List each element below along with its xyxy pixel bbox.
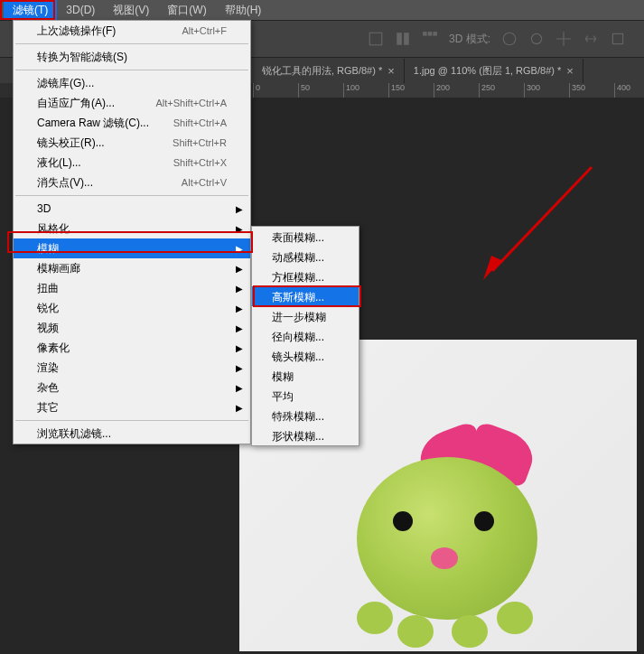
blur-submenu: 表面模糊... 动感模糊... 方框模糊... 高斯模糊... 进一步模糊 径向… [251, 226, 359, 446]
menu-noise-submenu[interactable]: 杂色▶ [14, 378, 250, 397]
separator [15, 195, 248, 196]
label: 模糊 [37, 241, 59, 257]
slide-icon[interactable] [583, 31, 599, 47]
label: 其它 [37, 400, 59, 416]
submenu-surface-blur[interactable]: 表面模糊... [252, 227, 359, 247]
tool-icon[interactable] [422, 31, 438, 47]
submenu-blur-more[interactable]: 进一步模糊 [252, 306, 359, 326]
ruler-mark: 300 [524, 83, 569, 98]
svg-line-9 [492, 167, 592, 271]
ruler-mark: 150 [388, 83, 434, 98]
menu-liquify[interactable]: 液化(L)...Shift+Ctrl+X [14, 153, 250, 173]
submenu-radial-blur[interactable]: 径向模糊... [252, 326, 359, 346]
menu-video-submenu[interactable]: 视频▶ [14, 318, 250, 338]
menu-filter[interactable]: 滤镜(T) [4, 0, 57, 21]
tab-label: 1.jpg @ 110% (图层 1, RGB/8#) * [414, 64, 561, 78]
shortcut: Shift+Ctrl+A [173, 117, 227, 128]
chevron-right-icon: ▶ [236, 323, 243, 333]
menu-blur-gallery-submenu[interactable]: 模糊画廊▶ [14, 258, 250, 278]
submenu-lens-blur[interactable]: 镜头模糊... [252, 346, 359, 366]
menubar: 滤镜(T) 3D(D) 视图(V) 窗口(W) 帮助(H) [0, 0, 644, 20]
menu-lens-correction[interactable]: 镜头校正(R)...Shift+Ctrl+R [14, 133, 250, 153]
label: 风格化 [37, 221, 70, 237]
submenu-motion-blur[interactable]: 动感模糊... [252, 247, 359, 266]
svg-rect-2 [404, 33, 409, 45]
ruler-mark: 250 [479, 83, 524, 98]
ruler-horizontal: 050100150200250300350400 [253, 83, 644, 98]
menu-distort-submenu[interactable]: 扭曲▶ [14, 278, 250, 298]
label: 渲染 [37, 360, 59, 376]
submenu-box-blur[interactable]: 方框模糊... [252, 266, 359, 286]
menu-window[interactable]: 窗口(W) [158, 0, 215, 21]
close-icon[interactable]: × [566, 64, 574, 78]
chevron-right-icon: ▶ [236, 383, 243, 393]
svg-rect-5 [433, 32, 437, 36]
svg-point-7 [531, 33, 541, 43]
menu-browse-online[interactable]: 浏览联机滤镜... [14, 424, 250, 444]
svg-rect-0 [369, 33, 382, 45]
submenu-smart-blur[interactable]: 特殊模糊... [252, 406, 359, 425]
menu-adaptive-wide-angle[interactable]: 自适应广角(A)...Alt+Shift+Ctrl+A [14, 93, 250, 113]
chevron-right-icon: ▶ [236, 343, 243, 353]
svg-rect-3 [423, 32, 427, 36]
ruler-mark: 400 [614, 83, 644, 98]
menu-3d-submenu[interactable]: 3D▶ [14, 199, 250, 219]
shortcut: Shift+Ctrl+X [173, 157, 227, 168]
tool-icon[interactable] [368, 31, 384, 47]
chevron-right-icon: ▶ [236, 363, 243, 373]
menu-vanishing-point[interactable]: 消失点(V)...Alt+Ctrl+V [14, 173, 250, 192]
menu-3d[interactable]: 3D(D) [57, 1, 104, 19]
menu-filter-gallery[interactable]: 滤镜库(G)... [14, 73, 250, 93]
menu-camera-raw[interactable]: Camera Raw 滤镜(C)...Shift+Ctrl+A [14, 113, 250, 133]
orbit-icon[interactable] [501, 31, 518, 47]
menu-pixelate-submenu[interactable]: 像素化▶ [14, 338, 250, 358]
menu-other-submenu[interactable]: 其它▶ [14, 397, 250, 417]
chevron-right-icon: ▶ [236, 244, 243, 254]
close-icon[interactable]: × [387, 64, 395, 78]
tab-doc2[interactable]: 1.jpg @ 110% (图层 1, RGB/8#) * × [405, 59, 583, 83]
submenu-gaussian-blur[interactable]: 高斯模糊... [252, 286, 359, 306]
tool-icon[interactable] [395, 31, 411, 47]
label: 滤镜库(G)... [37, 76, 94, 91]
label: 消失点(V)... [37, 175, 93, 191]
svg-rect-4 [428, 32, 433, 36]
ruler-mark: 0 [253, 83, 298, 98]
svg-point-6 [503, 33, 516, 45]
chevron-right-icon: ▶ [236, 304, 243, 313]
submenu-average[interactable]: 平均 [252, 386, 359, 406]
submenu-shape-blur[interactable]: 形状模糊... [252, 425, 359, 445]
separator [15, 420, 248, 421]
svg-marker-10 [483, 256, 501, 280]
tab-doc1[interactable]: 锐化工具的用法, RGB/8#) * × [253, 59, 405, 83]
menu-view[interactable]: 视图(V) [104, 0, 158, 21]
scale-icon[interactable] [610, 31, 626, 47]
menu-render-submenu[interactable]: 渲染▶ [14, 358, 250, 378]
menu-last-filter[interactable]: 上次滤镜操作(F)Alt+Ctrl+F [14, 21, 250, 41]
chevron-right-icon: ▶ [236, 264, 243, 274]
menu-smart-filter[interactable]: 转换为智能滤镜(S) [14, 47, 250, 67]
ruler-mark: 50 [298, 83, 343, 98]
label: 视频 [37, 321, 59, 336]
menu-stylize-submenu[interactable]: 风格化▶ [14, 219, 250, 238]
chevron-right-icon: ▶ [236, 403, 243, 413]
menu-blur-submenu[interactable]: 模糊▶ [14, 238, 250, 258]
pan-icon[interactable] [528, 31, 545, 47]
shortcut: Alt+Shift+Ctrl+A [155, 98, 227, 108]
separator [15, 70, 248, 70]
ruler-mark: 200 [434, 83, 479, 98]
menu-help[interactable]: 帮助(H) [216, 0, 271, 21]
shortcut: Shift+Ctrl+R [173, 137, 227, 148]
3d-mode-label: 3D 模式: [449, 32, 490, 47]
ruler-mark: 350 [569, 83, 614, 98]
separator [15, 43, 248, 44]
menu-sharpen-submenu[interactable]: 锐化▶ [14, 298, 250, 318]
chevron-right-icon: ▶ [236, 284, 243, 294]
move-icon[interactable] [555, 31, 572, 47]
label: 浏览联机滤镜... [37, 426, 111, 442]
label: 上次滤镜操作(F) [37, 23, 116, 39]
submenu-blur[interactable]: 模糊 [252, 366, 359, 386]
label: 液化(L)... [37, 155, 81, 171]
filter-menu-dropdown: 上次滤镜操作(F)Alt+Ctrl+F 转换为智能滤镜(S) 滤镜库(G)...… [13, 20, 251, 444]
shortcut: Alt+Ctrl+F [182, 25, 227, 36]
chevron-right-icon: ▶ [236, 224, 243, 234]
